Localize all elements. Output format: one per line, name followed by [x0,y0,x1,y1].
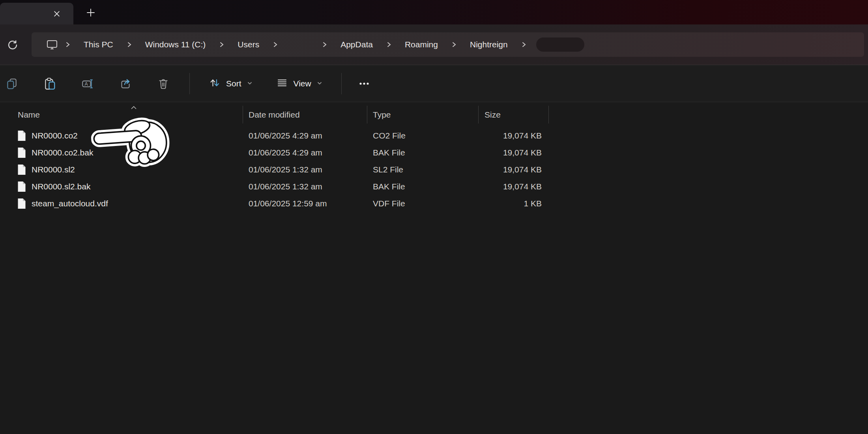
document-icon [17,127,26,144]
document-icon [17,178,26,195]
column-divider[interactable] [478,106,479,123]
trash-icon[interactable] [152,72,175,95]
column-header-name[interactable]: Name [18,102,40,127]
breadcrumb-item-users[interactable]: Users [238,40,259,49]
chevron-right-icon [451,41,456,48]
file-name: NR0000.sl2.bak [32,178,90,195]
ellipsis-icon[interactable] [351,72,377,95]
column-divider[interactable] [548,106,549,123]
list-view-icon [276,77,288,90]
new-tab-icon[interactable] [83,5,99,20]
breadcrumb-item-nightreign[interactable]: Nightreign [470,40,508,49]
share-icon[interactable] [114,72,137,95]
sort-button[interactable]: Sort [202,72,260,95]
toolbar-divider [341,73,342,94]
file-size: 19,074 KB [454,127,542,144]
column-header-type[interactable]: Type [373,102,391,127]
file-row[interactable]: NR0000.sl2.bak 01/06/2025 1:32 am BAK Fi… [0,178,868,195]
monitor-icon [46,39,58,51]
breadcrumb-item-drive-c[interactable]: Windows 11 (C:) [145,40,206,49]
explorer-tab[interactable] [0,3,73,24]
view-button[interactable]: View [269,72,329,95]
file-date-modified: 01/06/2025 12:59 am [249,195,327,212]
column-headers: Name Date modified Type Size [0,102,868,127]
view-label: View [294,79,311,88]
file-name: NR0000.co2 [32,127,78,144]
redacted-path-segment [536,37,584,52]
file-name: steam_autocloud.vdf [32,195,108,212]
chevron-right-icon [127,41,132,48]
chevron-right-icon [219,41,224,48]
sort-arrows-icon [209,77,221,90]
column-header-date-modified[interactable]: Date modified [249,102,300,127]
file-name: NR0000.co2.bak [32,144,93,161]
file-type: VDF File [373,195,405,212]
file-date-modified: 01/06/2025 1:32 am [249,161,322,178]
file-type: BAK File [373,178,405,195]
refresh-icon[interactable] [5,37,21,52]
chevron-right-icon [273,41,278,48]
file-row[interactable]: NR0000.sl2 01/06/2025 1:32 am SL2 File 1… [0,161,868,178]
document-icon [17,195,26,212]
command-bar: A [0,65,868,102]
file-date-modified: 01/06/2025 4:29 am [249,144,322,161]
file-type: CO2 File [373,127,406,144]
chevron-down-icon [317,80,322,86]
document-icon [17,161,26,178]
document-icon [17,144,26,161]
column-divider[interactable] [367,106,367,123]
file-type: SL2 File [373,161,403,178]
column-divider[interactable] [243,106,243,123]
chevron-right-icon [65,41,70,48]
chevron-right-icon [521,41,526,48]
chevron-right-icon [386,41,391,48]
file-list: Name Date modified Type Size NR0000.co2 … [0,102,868,434]
breadcrumb-item-roaming[interactable]: Roaming [405,40,438,49]
chevron-down-icon [247,80,253,86]
chevron-up-icon [130,104,137,111]
breadcrumb-item-this-pc[interactable]: This PC [84,40,113,49]
file-row[interactable]: steam_autocloud.vdf 01/06/2025 12:59 am … [0,195,868,212]
file-name: NR0000.sl2 [32,161,75,178]
file-date-modified: 01/06/2025 1:32 am [249,178,322,195]
paste-icon[interactable] [38,72,61,95]
chevron-right-icon [322,41,327,48]
svg-text:A: A [85,81,88,87]
rename-icon[interactable]: A [76,72,99,95]
copy-icon[interactable] [0,72,23,95]
file-date-modified: 01/06/2025 4:29 am [249,127,322,144]
file-rows: NR0000.co2 01/06/2025 4:29 am CO2 File 1… [0,127,868,212]
toolbar-divider [189,73,190,94]
navigation-bar: This PC Windows 11 (C:) Users AppData Ro… [0,24,868,65]
sort-label: Sort [226,79,241,88]
address-bar[interactable]: This PC Windows 11 (C:) Users AppData Ro… [32,32,864,57]
file-row[interactable]: NR0000.co2.bak 01/06/2025 4:29 am BAK Fi… [0,144,868,161]
file-size: 1 KB [454,195,542,212]
file-type: BAK File [373,144,405,161]
file-size: 19,074 KB [454,144,542,161]
close-tab-icon[interactable] [52,9,62,19]
column-header-size[interactable]: Size [485,102,501,127]
breadcrumb-item-appdata[interactable]: AppData [340,40,373,49]
file-row[interactable]: NR0000.co2 01/06/2025 4:29 am CO2 File 1… [0,127,868,144]
tab-bar [0,0,868,24]
file-explorer-window: This PC Windows 11 (C:) Users AppData Ro… [0,0,868,434]
file-size: 19,074 KB [454,178,542,195]
file-size: 19,074 KB [454,161,542,178]
